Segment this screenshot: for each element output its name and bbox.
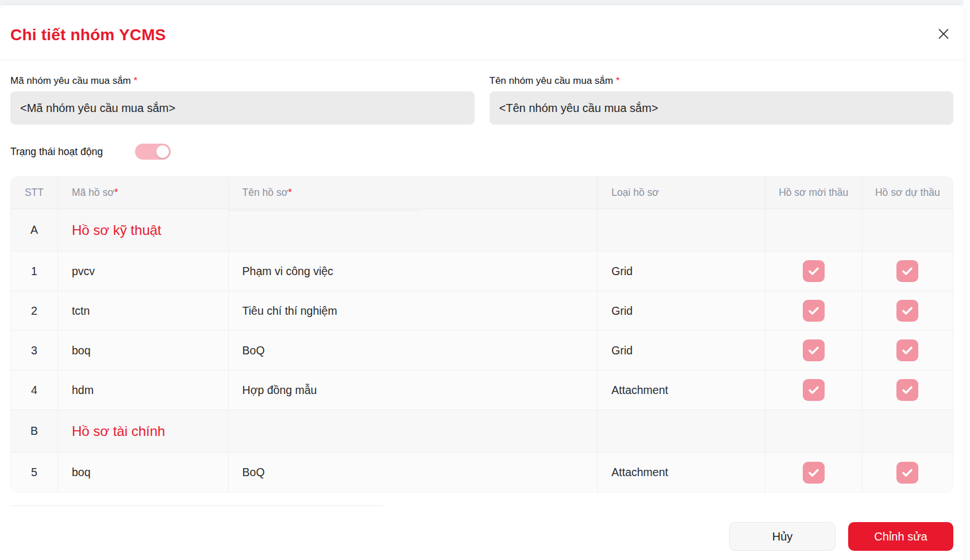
cell-stt: 4 [11,370,58,410]
detail-modal: Chi tiết nhóm YCMS Mã nhóm yêu cầu mua s… [0,5,964,560]
table-head: STTMã hồ sơ*Tên hồ sơ*Loại hồ sơHồ sơ mờ… [11,177,953,209]
cell-moi_thau [765,453,863,492]
ho-so-du-thau-checkbox[interactable] [896,260,918,282]
checkmark-icon [900,466,914,480]
required-asterisk: * [616,75,620,86]
cell-stt: 1 [11,252,58,291]
col-header-3: Loại hồ sơ [598,177,765,209]
documents-table: STTMã hồ sơ*Tên hồ sơ*Loại hồ sơHồ sơ mờ… [10,176,953,493]
cell-du_thau [863,252,953,291]
ho-so-du-thau-checkbox[interactable] [896,462,918,484]
cell-ma-ho-so: hdm [58,370,229,410]
cell-loai-ho-so: Attachment [598,453,765,492]
checkmark-icon [900,343,914,357]
checkmark-icon [807,264,821,278]
checkmark-icon [807,343,821,357]
cell-ma-ho-so: boq [58,453,229,492]
cell-ten-ho-so [229,410,598,453]
ma-nhom-label-text: Mã nhóm yêu cầu mua sắm [10,75,131,86]
cell-du_thau [863,291,953,331]
cell-ma-ho-so: Hồ sơ kỹ thuật [58,209,229,252]
ho-so-moi-thau-checkbox[interactable] [803,300,825,322]
cell-loai-ho-so [598,209,765,252]
ho-so-du-thau-checkbox[interactable] [896,339,918,361]
status-toggle-label: Trạng thái hoạt động [10,146,135,158]
form-grid: Mã nhóm yêu cầu mua sắm * Tên nhóm yêu c… [10,75,953,125]
col-header-4: Hồ sơ mời thầu [765,177,863,209]
checkmark-icon [900,264,914,278]
cell-ma-ho-so: boq [58,331,229,370]
cancel-button[interactable]: Hủy [729,522,836,551]
page-backdrop-strip [0,0,964,5]
status-toggle-switch[interactable] [135,144,171,160]
cell-ten-ho-so: Tiêu chí thí nghiệm [229,291,598,331]
table-row: 5boqBoQAttachment [11,453,953,492]
cell-moi_thau [765,410,863,453]
ho-so-du-thau-checkbox[interactable] [896,300,918,322]
checkmark-icon [807,304,821,318]
modal-body: Mã nhóm yêu cầu mua sắm * Tên nhóm yêu c… [0,75,964,551]
cell-stt: A [11,209,58,252]
cell-du_thau [863,370,953,410]
cell-du_thau [863,453,953,492]
table-row: 4hdmHợp đồng mẫuAttachment [11,370,953,410]
switch-knob-icon [156,145,169,158]
cell-du_thau [863,410,953,453]
modal-footer: Hủy Chỉnh sửa [10,522,953,551]
cell-stt: B [11,410,58,453]
required-asterisk: * [114,187,118,198]
checkmark-icon [900,383,914,397]
col-header-5: Hồ sơ dự thầu [863,177,953,209]
field-ten-nhom: Tên nhóm yêu cầu mua sắm * [490,75,954,125]
table-header-row: STTMã hồ sơ*Tên hồ sơ*Loại hồ sơHồ sơ mờ… [11,177,953,209]
cell-ma-ho-so: pvcv [58,252,229,291]
table-bottom-divider [10,505,383,506]
checkmark-icon [900,304,914,318]
ho-so-du-thau-checkbox[interactable] [896,379,918,401]
table-row: 3boqBoQGrid [11,331,953,370]
required-asterisk: * [288,187,292,198]
col-header-1: Mã hồ sơ* [58,177,229,209]
required-asterisk: * [134,75,138,86]
ten-nhom-input[interactable] [490,91,954,125]
cell-moi_thau [765,370,863,410]
ma-nhom-input[interactable] [10,91,475,125]
cell-moi_thau [765,291,863,331]
cell-stt: 2 [11,291,58,331]
status-toggle-row: Trạng thái hoạt động [10,144,953,160]
checkmark-icon [807,466,821,480]
table-section-row: AHồ sơ kỹ thuật [11,209,953,252]
checkmark-icon [807,383,821,397]
table-row: 2tctnTiêu chí thí nghiệmGrid [11,291,953,331]
close-icon [936,26,951,43]
table-row: 1pvcvPhạm vi công việcGrid [11,252,953,291]
close-button[interactable] [934,25,953,44]
ho-so-moi-thau-checkbox[interactable] [803,339,825,361]
modal-header: Chi tiết nhóm YCMS [0,5,964,60]
cell-moi_thau [765,331,863,370]
cell-ten-ho-so: Phạm vi công việc [229,252,598,291]
ho-so-moi-thau-checkbox[interactable] [803,462,825,484]
modal-title: Chi tiết nhóm YCMS [10,26,950,44]
cell-stt: 3 [11,331,58,370]
ho-so-moi-thau-checkbox[interactable] [803,260,825,282]
ho-so-moi-thau-checkbox[interactable] [803,379,825,401]
cell-ten-ho-so: BoQ [229,331,598,370]
cell-ten-ho-so: BoQ [229,453,598,492]
cell-ma-ho-so: tctn [58,291,229,331]
cell-loai-ho-so: Grid [598,331,765,370]
ten-nhom-label: Tên nhóm yêu cầu mua sắm * [490,75,954,87]
cell-stt: 5 [11,453,58,492]
cell-loai-ho-so: Grid [598,252,765,291]
cell-ten-ho-so [229,209,598,252]
edit-button[interactable]: Chỉnh sửa [848,522,953,551]
ten-nhom-label-text: Tên nhóm yêu cầu mua sắm [490,75,613,86]
cell-loai-ho-so: Grid [598,291,765,331]
cell-loai-ho-so: Attachment [598,370,765,410]
field-ma-nhom: Mã nhóm yêu cầu mua sắm * [10,75,475,125]
table-body: AHồ sơ kỹ thuật1pvcvPhạm vi công việcGri… [11,209,953,492]
cell-loai-ho-so [598,410,765,453]
cell-moi_thau [765,209,863,252]
table-section-row: BHồ sơ tài chính [11,410,953,453]
cell-ma-ho-so: Hồ sơ tài chính [58,410,229,453]
